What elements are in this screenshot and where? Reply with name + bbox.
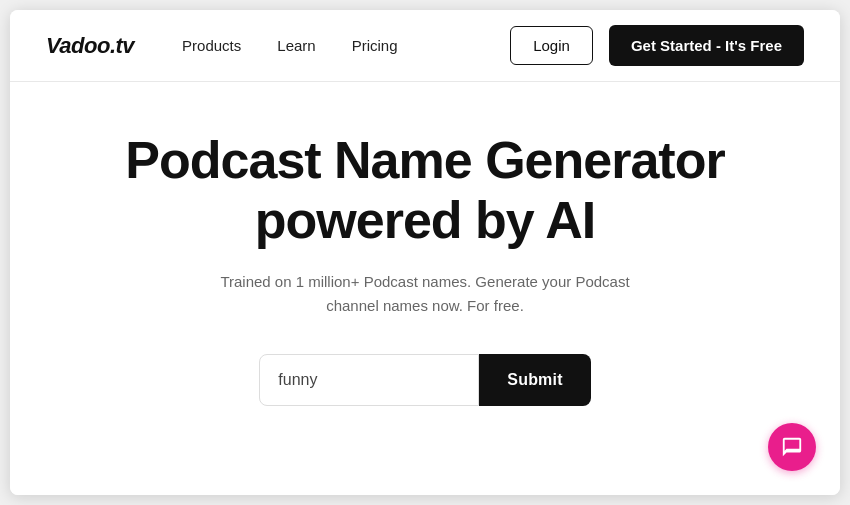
navbar: Vadoo.tv Products Learn Pricing Login Ge… <box>10 10 840 82</box>
hero-section: Podcast Name Generator powered by AI Tra… <box>10 82 840 495</box>
hero-subtitle: Trained on 1 million+ Podcast names. Gen… <box>215 270 635 318</box>
nav-learn[interactable]: Learn <box>277 37 315 54</box>
chat-icon <box>781 436 803 458</box>
nav-links: Products Learn Pricing <box>182 37 510 54</box>
submit-button[interactable]: Submit <box>479 354 590 406</box>
hero-title: Podcast Name Generator powered by AI <box>115 131 735 251</box>
search-row: Submit <box>259 354 590 406</box>
brand-logo[interactable]: Vadoo.tv <box>46 33 134 59</box>
chat-bubble-button[interactable] <box>768 423 816 471</box>
get-started-button[interactable]: Get Started - It's Free <box>609 25 804 66</box>
nav-pricing[interactable]: Pricing <box>352 37 398 54</box>
nav-products[interactable]: Products <box>182 37 241 54</box>
login-button[interactable]: Login <box>510 26 593 65</box>
browser-frame: Vadoo.tv Products Learn Pricing Login Ge… <box>10 10 840 495</box>
nav-actions: Login Get Started - It's Free <box>510 25 804 66</box>
search-input[interactable] <box>259 354 479 406</box>
